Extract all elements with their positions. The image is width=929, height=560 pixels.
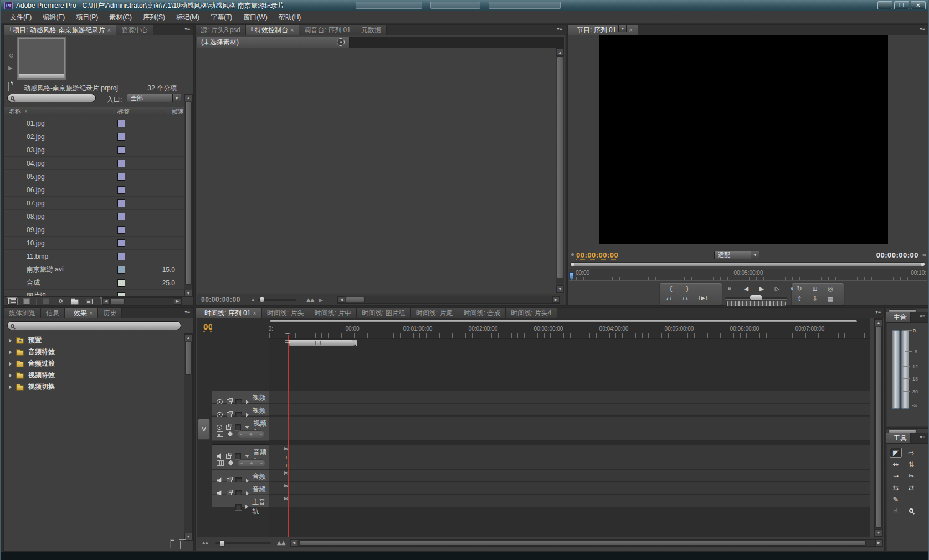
track-master-content[interactable] — [269, 495, 870, 507]
clip-name[interactable]: 09.jpg — [27, 226, 45, 234]
bin-item-row[interactable]: 02.jpg — [4, 130, 184, 143]
column-framerate[interactable]: 帧速 — [172, 107, 184, 116]
sync-lock-icon[interactable] — [226, 454, 231, 459]
bin-item-row[interactable]: 10.jpg — [4, 237, 184, 250]
label-color-chip[interactable] — [117, 226, 125, 234]
label-color-chip[interactable] — [117, 199, 125, 207]
panel-menu-icon[interactable] — [916, 433, 928, 443]
mini-zoom-slider[interactable] — [258, 299, 296, 301]
show-timeline-view-icon[interactable]: » — [337, 38, 345, 46]
track-header-audio3[interactable]: 音频 3 — [212, 482, 269, 495]
folder-name[interactable]: 预置 — [28, 336, 42, 345]
track-header-video3[interactable]: 视频 3 — [212, 391, 269, 403]
effects-tab[interactable]: 媒体浏览 — [4, 308, 41, 318]
panel-menu-icon[interactable] — [916, 25, 928, 35]
collapse-arrow-icon[interactable] — [245, 455, 249, 458]
clip-name[interactable]: 05.jpg — [27, 173, 45, 181]
export-frame-button[interactable]: ▦ — [825, 295, 836, 302]
label-color-chip[interactable] — [117, 253, 125, 260]
label-color-chip[interactable] — [117, 146, 125, 154]
scroll-left-icon[interactable]: ◀ — [290, 540, 297, 546]
clip-name[interactable]: 04.jpg — [27, 160, 45, 167]
program-zoom-scrollbar[interactable] — [570, 262, 925, 266]
track-name[interactable]: 主音轨 — [252, 497, 269, 516]
column-name[interactable]: 名称 — [4, 107, 21, 116]
scroll-left-icon[interactable]: ◀ — [338, 296, 345, 303]
bin-item-row[interactable]: 03.jpg — [4, 143, 184, 157]
selection-tool[interactable]: ◤ — [890, 448, 902, 458]
effects-folder-row[interactable]: 音频过渡 — [4, 358, 184, 369]
ripple-edit-tool[interactable]: ↔ — [890, 459, 902, 469]
folder-name[interactable]: 视频特效 — [28, 371, 55, 380]
scroll-right-icon[interactable]: ▶ — [875, 540, 882, 546]
close-icon[interactable] — [89, 309, 93, 317]
program-ruler[interactable]: 00:00 00:05:00:00 00:10: — [569, 269, 927, 281]
jog-disk[interactable] — [726, 301, 786, 306]
safe-margins-button[interactable]: ⊞ — [809, 285, 820, 292]
folder-name[interactable]: 音频过渡 — [28, 359, 55, 368]
track-header-video1[interactable]: 视频 1 ◂◆▸ — [212, 417, 269, 441]
label-color-chip[interactable] — [117, 266, 125, 274]
zoom-slider-thumb[interactable] — [260, 297, 264, 302]
title-bar[interactable]: Pr Adobe Premiere Pro - C:\用户\Administra… — [1, 0, 928, 11]
step-back-button[interactable]: ◀ — [741, 285, 752, 292]
bin-item-row[interactable]: 合成 25.0 — [4, 276, 184, 290]
clip-name[interactable]: 南京旅游.avi — [27, 265, 64, 274]
hand-tool[interactable]: ☝ — [890, 506, 902, 516]
menu-item[interactable]: 标记(M) — [171, 11, 205, 23]
scroll-left-icon[interactable]: ◀ — [102, 298, 110, 305]
meter-tab[interactable]: 主音 — [886, 312, 911, 322]
output-button[interactable]: ◎ — [825, 285, 836, 292]
pen-tool[interactable]: ✎ — [890, 494, 902, 504]
timeline-tab[interactable]: 时间线: 片中 — [309, 308, 357, 318]
timeline-tab[interactable]: 时间线: 图片组 — [357, 308, 411, 318]
automate-to-sequence-button[interactable] — [40, 297, 52, 305]
go-to-out-point-button[interactable]: ↦ — [680, 295, 691, 302]
clip-name[interactable]: 11.bmp — [27, 253, 48, 260]
find-button[interactable] — [55, 297, 66, 305]
scroll-down-icon[interactable]: ▼ — [556, 285, 564, 292]
extract-button[interactable]: ⇩ — [809, 295, 820, 302]
target-track-badge[interactable]: V — [198, 419, 210, 440]
close-icon[interactable] — [107, 26, 111, 34]
effects-vertical-scrollbar[interactable]: ▲ ▼ — [184, 333, 193, 541]
clip-name[interactable]: 08.jpg — [27, 213, 45, 220]
close-icon[interactable] — [290, 26, 294, 34]
label-color-chip[interactable] — [117, 239, 125, 247]
effects-folder-row[interactable]: 预置 — [4, 335, 184, 346]
effects-tab[interactable]: 信息 — [41, 308, 65, 318]
track-video1-content[interactable] — [269, 417, 870, 441]
effects-tab[interactable]: 历史 — [98, 308, 122, 318]
timeline-playhead-icon[interactable] — [285, 333, 290, 345]
clip-name[interactable]: 03.jpg — [27, 146, 45, 154]
column-label[interactable]: 标签 — [117, 107, 130, 116]
scroll-thumb[interactable] — [299, 540, 866, 546]
track-select-tool[interactable]: ⇨ — [905, 448, 917, 458]
keyframe-navigator[interactable]: ◂◆▸ — [237, 430, 265, 438]
label-color-chip[interactable] — [117, 160, 125, 167]
delete-custom-item-button[interactable] — [180, 541, 181, 548]
bin-item-row[interactable]: 04.jpg — [4, 157, 184, 170]
go-to-in-point-button[interactable]: ↤ — [663, 295, 674, 302]
panel-menu-icon[interactable] — [916, 312, 928, 322]
source-vertical-scrollbar[interactable]: ▲ ▼ — [556, 48, 564, 293]
expand-arrow-icon[interactable] — [9, 385, 12, 389]
timeline-zoom-slider[interactable] — [215, 542, 271, 544]
loop-button[interactable]: ↻ — [794, 285, 805, 292]
play-preview-icon[interactable]: ▶ — [8, 65, 13, 71]
track-audio1-content[interactable]: L R — [269, 445, 870, 469]
bin-item-row[interactable]: 06.jpg — [4, 183, 184, 197]
zoom-out-icon[interactable]: ▲▲ — [202, 541, 208, 545]
timeline-track-area[interactable]: 00:00 00:01:00:00 00:02:00:00 00:03:00:0… — [269, 318, 870, 537]
menu-item[interactable]: 窗口(W) — [238, 11, 273, 23]
source-tab[interactable]: 源: 片头3.psd — [196, 25, 246, 35]
scroll-right-icon[interactable]: ▶ — [552, 296, 560, 303]
bin-item-row[interactable]: 01.jpg — [4, 117, 184, 130]
menu-item[interactable]: 编辑(E) — [37, 11, 70, 23]
set-display-style-icon[interactable] — [217, 431, 223, 437]
timeline-tab[interactable]: 时间线: 序列 01 — [196, 308, 262, 318]
menu-item[interactable]: 序列(S) — [137, 11, 171, 23]
scroll-thumb[interactable] — [110, 299, 125, 304]
project-horizontal-scrollbar[interactable]: ◀ ▶ — [102, 297, 182, 305]
clip-name[interactable]: 01.jpg — [27, 120, 45, 127]
